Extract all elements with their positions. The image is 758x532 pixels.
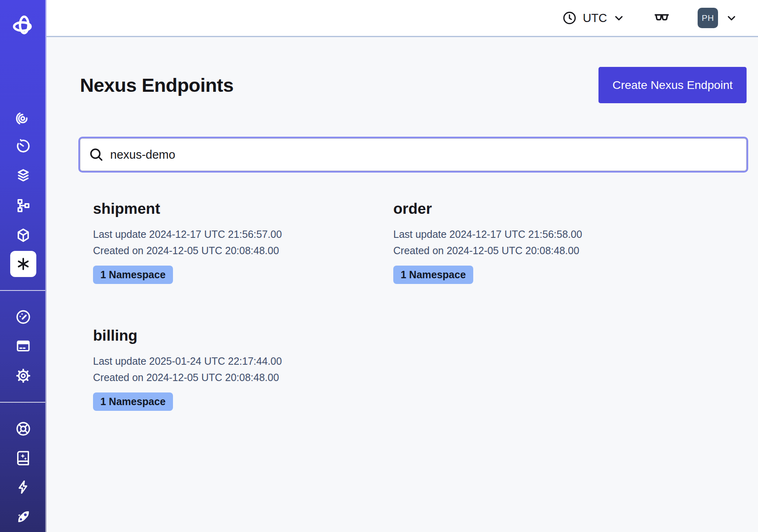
search-box <box>80 138 747 171</box>
endpoint-last-update: Last update 2024-12-17 UTC 21:56:58.00 <box>393 226 694 242</box>
sidebar-item-docs[interactable] <box>10 445 36 471</box>
main-content: Nexus Endpoints Create Nexus Endpoint sh… <box>47 38 758 532</box>
sidebar-item-billing[interactable] <box>10 333 36 359</box>
namespace-badge: 1 Namespace <box>93 266 173 284</box>
glasses-icon <box>653 9 671 27</box>
sidebar-item-usage[interactable] <box>10 304 36 330</box>
chevron-down-icon <box>613 12 625 24</box>
endpoint-name: order <box>393 200 694 217</box>
sidebar-item-settings[interactable] <box>10 363 36 389</box>
book-sparkles-icon <box>15 450 31 466</box>
app-screen: UTC PH Nexus Endpoints Create Nexus Endp… <box>0 0 758 532</box>
timezone-selector[interactable]: UTC <box>562 11 625 25</box>
sidebar <box>0 0 47 532</box>
timezone-label: UTC <box>583 11 607 25</box>
gauge-icon <box>15 309 31 325</box>
layers-icon <box>15 168 31 184</box>
sidebar-item-feedback[interactable] <box>10 474 36 500</box>
cube-icon <box>15 227 31 244</box>
endpoint-last-update: Last update 2025-01-24 UTC 22:17:44.00 <box>93 353 393 369</box>
lifebuoy-icon <box>15 421 31 437</box>
rocket-icon <box>15 509 31 525</box>
endpoint-created-on: Created on 2024-12-05 UTC 20:08:48.00 <box>393 242 694 259</box>
spiral-icon <box>15 110 31 126</box>
namespace-badge: 1 Namespace <box>93 392 173 411</box>
sidebar-item-batch[interactable] <box>10 163 36 189</box>
endpoint-card-shipment[interactable]: shipment Last update 2024-12-17 UTC 21:5… <box>93 200 393 284</box>
sidebar-item-support[interactable] <box>10 416 36 442</box>
endpoint-created-on: Created on 2024-12-05 UTC 20:08:48.00 <box>93 369 393 386</box>
sidebar-divider <box>0 402 45 403</box>
asterisk-icon <box>15 256 31 272</box>
endpoint-last-update: Last update 2024-12-17 UTC 21:56:57.00 <box>93 226 393 242</box>
lightning-icon <box>15 479 31 495</box>
page-title: Nexus Endpoints <box>80 74 233 96</box>
chevron-down-icon <box>725 12 738 24</box>
sidebar-item-deployments[interactable] <box>10 193 36 219</box>
endpoint-created-on: Created on 2024-12-05 UTC 20:08:48.00 <box>93 242 393 259</box>
account-menu[interactable]: PH <box>698 8 738 28</box>
sidebar-item-packages[interactable] <box>10 222 36 248</box>
sidebar-item-getting-started[interactable] <box>10 504 36 530</box>
gear-icon <box>15 368 31 384</box>
namespace-badge: 1 Namespace <box>393 266 473 284</box>
endpoint-name: shipment <box>93 200 393 217</box>
reader-mode-button[interactable] <box>653 9 671 27</box>
top-header: UTC PH <box>47 0 758 37</box>
clock-icon <box>562 11 577 25</box>
avatar: PH <box>698 8 718 28</box>
endpoint-card-grid: shipment Last update 2024-12-17 UTC 21:5… <box>80 200 747 411</box>
sidebar-item-nexus[interactable] <box>10 251 36 277</box>
sidebar-item-schedules[interactable] <box>10 133 36 159</box>
endpoint-name: billing <box>93 327 393 344</box>
magnifier-icon <box>89 147 104 162</box>
branch-icon <box>15 197 31 214</box>
endpoint-card-order[interactable]: order Last update 2024-12-17 UTC 21:56:5… <box>393 200 694 284</box>
search-input[interactable] <box>110 148 738 162</box>
card-window-icon <box>15 338 31 354</box>
endpoint-card-billing[interactable]: billing Last update 2025-01-24 UTC 22:17… <box>93 327 393 411</box>
sidebar-divider <box>0 290 45 291</box>
sidebar-item-workflows[interactable] <box>10 105 36 131</box>
temporal-logo-icon[interactable] <box>11 13 35 38</box>
timer-icon <box>15 137 31 154</box>
create-nexus-endpoint-button[interactable]: Create Nexus Endpoint <box>598 67 747 103</box>
